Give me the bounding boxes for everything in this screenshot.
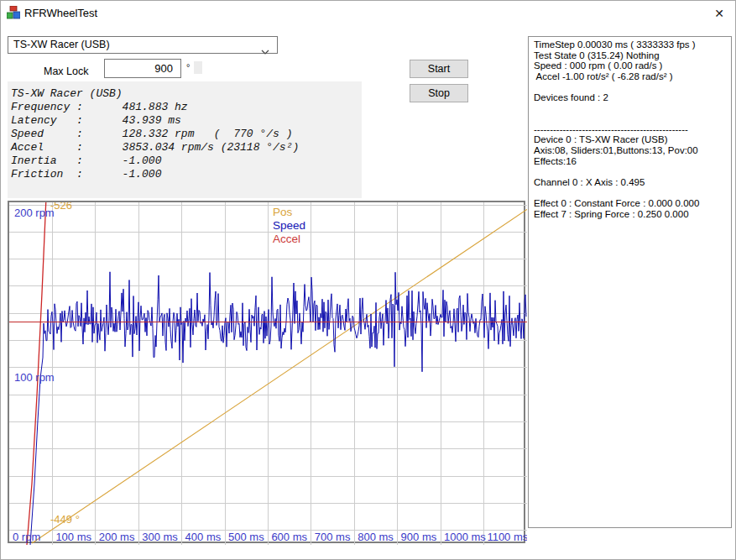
stop-button[interactable]: Stop — [410, 84, 468, 102]
input-adornment — [194, 61, 202, 74]
x-axis-label: 100 ms — [55, 531, 91, 543]
device-status-text: TimeStep 0.00030 ms ( 3333333 fps ) Test… — [534, 39, 731, 219]
title-bar: RFRWheelTest ✕ — [1, 1, 735, 26]
telemetry-chart: 0 rpm100 ms200 ms300 ms400 ms500 ms600 m… — [8, 201, 525, 543]
speed-line — [30, 272, 526, 545]
degree-unit-label: ° — [186, 62, 190, 72]
device-dropdown[interactable]: TS-XW Racer (USB) — [8, 36, 278, 54]
max-lock-label: Max Lock — [44, 65, 89, 77]
telemetry-panel: TS-XW Racer (USB) Frequency : 481.883 hz… — [8, 81, 362, 198]
telemetry-text: TS-XW Racer (USB) Frequency : 481.883 hz… — [11, 87, 362, 181]
x-axis-label: 500 ms — [228, 531, 264, 543]
x-axis-label: 800 ms — [358, 531, 394, 543]
close-button[interactable]: ✕ — [707, 3, 732, 24]
app-window: RFRWheelTest ✕ TS-XW Racer (USB) Max Loc… — [0, 0, 736, 560]
legend-pos: Pos — [273, 206, 293, 218]
x-axis-label: 0 rpm — [13, 531, 40, 543]
pos-annotation: -526 — [50, 202, 72, 212]
x-axis-label: 400 ms — [185, 531, 222, 543]
legend-speed: Speed — [273, 219, 305, 232]
x-axis-label: 900 ms — [401, 531, 437, 543]
x-axis-label: 1000 ms — [444, 531, 486, 543]
chevron-down-icon — [261, 44, 269, 60]
y-axis-label: 200 rpm — [14, 207, 55, 219]
legend-accel: Accel — [273, 233, 300, 245]
x-axis-label: 600 ms — [271, 531, 307, 543]
device-status-panel: TimeStep 0.00030 ms ( 3333333 fps ) Test… — [528, 36, 732, 528]
y-axis-label: 100 rpm — [14, 371, 55, 384]
telemetry-chart-canvas: 0 rpm100 ms200 ms300 ms400 ms500 ms600 m… — [9, 202, 527, 545]
start-button[interactable]: Start — [410, 60, 468, 78]
pos-line — [32, 208, 527, 543]
max-lock-input[interactable] — [104, 59, 181, 78]
x-axis-label: 700 ms — [315, 531, 351, 543]
pos-annotation: -449 ° — [50, 513, 80, 526]
device-dropdown-value: TS-XW Racer (USB) — [13, 39, 110, 50]
x-axis-label: 300 ms — [142, 531, 178, 543]
app-icon — [7, 6, 20, 23]
window-title: RFRWheelTest — [24, 7, 97, 19]
x-axis-label: 1100 ms — [487, 531, 527, 543]
x-axis-label: 200 ms — [99, 531, 135, 543]
